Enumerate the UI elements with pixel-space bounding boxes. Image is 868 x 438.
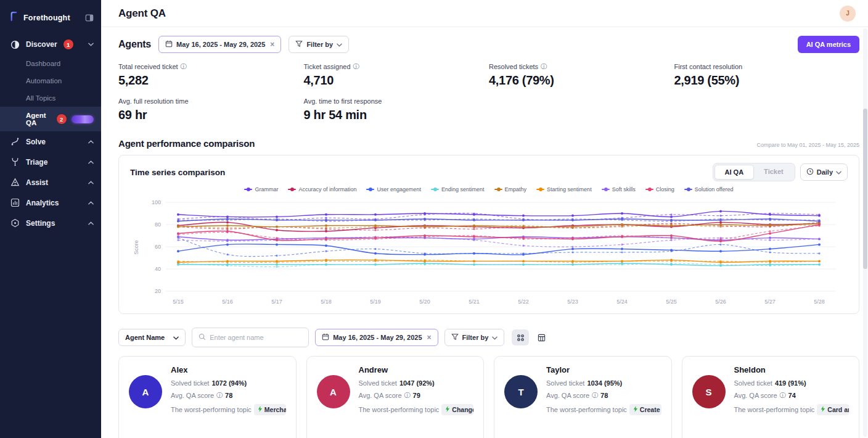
sidebar-item-assist[interactable]: Assist [0,172,101,192]
agent-name: Andrew [359,365,474,374]
clear-date-icon[interactable]: × [427,333,432,342]
legend-item-closing[interactable]: Closing [645,186,674,192]
toggle-ticket[interactable]: Ticket [754,165,793,180]
ai-qa-metrics-button[interactable]: AI QA metrics [798,36,859,53]
info-icon[interactable]: ⓘ [780,392,786,399]
legend-item-solution-offered[interactable]: Solution offered [684,186,734,192]
filter-by-dropdown[interactable]: Filter by [289,36,349,53]
metric-label: Total received ticket [118,63,178,70]
sidebar-item-label: Analytics [26,199,59,207]
avatar: S [692,375,726,408]
toolbar-date-range-picker[interactable]: May 16, 2025 - May 29, 2025 × [315,329,438,346]
qa-score-label: Avg. QA score [546,392,589,399]
time-series-card: Time series comparison AI QA Ticket Dail… [118,155,859,314]
grid-view-button[interactable] [512,329,529,345]
sidebar-item-all-topics[interactable]: All Topics [0,89,101,107]
analytics-icon [10,198,20,207]
svg-text:Score: Score [133,240,139,255]
sidebar-item-dashboard[interactable]: Dashboard [0,55,101,72]
legend-item-grammar[interactable]: Grammar [244,186,278,192]
content: Agents May 16, 2025 - May 29, 2025 × Fil… [101,27,868,438]
svg-text:40: 40 [155,266,161,272]
agent-info: TaylorSolved ticket 1034 (95%)Avg. QA sc… [546,365,661,420]
legend-marker [645,188,653,192]
sidebar-item-solve[interactable]: Solve [0,131,101,152]
worst-topic-label: The worst-performing topic [546,406,627,413]
agent-info: SheldonSolved ticket 419 (91%)Avg. QA sc… [734,365,850,420]
worst-topic-chip[interactable]: Merchan... [254,404,286,415]
agent-card-taylor[interactable]: TTaylorSolved ticket 1034 (95%)Avg. QA s… [494,356,672,438]
svg-text:20: 20 [155,288,161,294]
worst-topic-label: The worst-performing topic [171,406,252,413]
worst-topic-chip[interactable]: Change ... [441,404,473,415]
sidebar-item-discover[interactable]: Discover1 [0,34,101,55]
agent-list-toolbar: Agent Name May 16, 2025 - May 29, 2025 ×… [118,328,859,347]
sidebar-collapse-icon[interactable] [85,14,94,22]
solved-ticket-label: Solved ticket [171,379,209,387]
sidebar-item-analytics[interactable]: Analytics [0,192,101,213]
sidebar-item-settings[interactable]: Settings [0,213,101,233]
legend-item-starting-sentiment[interactable]: Starting sentiment [536,186,592,192]
sidebar-item-triage[interactable]: Triage [0,152,101,172]
qa-score-label: Avg. QA score [171,392,214,399]
vertical-scrollbar[interactable] [863,28,867,437]
chevron-up-icon [88,160,94,164]
toolbar-filter-by-dropdown[interactable]: Filter by [444,329,505,346]
scrollbar-thumb[interactable] [863,109,867,269]
interval-dropdown[interactable]: Daily [800,163,848,181]
toggle-ai-qa[interactable]: AI QA [714,165,755,180]
agent-name-select[interactable]: Agent Name [118,329,186,346]
agent-card-sheldon[interactable]: SSheldonSolved ticket 419 (91%)Avg. QA s… [682,356,860,438]
legend-marker [288,188,296,192]
info-icon[interactable]: ⓘ [216,392,223,399]
agent-search-input[interactable] [210,334,302,341]
chart-title: Time series comparison [130,168,225,177]
legend-item-user-engagement[interactable]: User engagement [366,186,421,192]
info-icon[interactable]: ⓘ [404,392,411,399]
sidebar-item-automation[interactable]: Automation [0,72,101,89]
qa-score-value: 79 [413,392,420,399]
calendar-icon [322,333,329,342]
info-icon[interactable]: ⓘ [181,64,187,70]
view-toggles [512,329,550,345]
sidebar-item-label: Automation [26,77,62,85]
clear-date-icon[interactable]: × [270,40,274,49]
legend-marker [366,188,374,192]
sidebar-item-label: Solve [26,138,46,146]
main-area: Agent QA J Agents May 16, 2025 - May 29,… [101,0,868,438]
agent-card-andrew[interactable]: AAndrewSolved ticket 1047 (92%)Avg. QA s… [306,356,485,438]
legend-label: Closing [656,186,674,192]
legend-item-accuracy-of-information[interactable]: Accuracy of information [288,186,356,192]
user-avatar[interactable]: J [840,6,856,22]
metric-card: Avg. full resolution time69 hr [118,97,304,122]
sidebar-item-label: Triage [26,158,47,167]
table-view-button[interactable] [533,329,550,345]
metrics-grid: Total received ticketⓘ5,282Ticket assign… [118,63,859,122]
info-icon[interactable]: ⓘ [353,64,359,70]
metric-card: Ticket assignedⓘ4,710 [304,63,489,88]
info-icon[interactable]: ⓘ [541,64,547,70]
legend-item-ending-sentiment[interactable]: Ending sentiment [431,186,485,192]
svg-text:80: 80 [155,221,161,228]
chevron-down-icon [173,334,179,341]
worst-topic-chip[interactable]: Card an... [817,404,849,415]
sidebar-item-label: Dashboard [26,60,60,67]
svg-text:60: 60 [155,244,161,250]
info-icon[interactable]: ⓘ [592,392,598,399]
sidebar-item-agent-qa[interactable]: Agent QA2 [0,107,101,131]
date-range-value: May 16, 2025 - May 29, 2025 [176,41,265,48]
sidebar-item-label: Settings [26,219,55,228]
worst-topic-label: The worst-performing topic [734,406,815,413]
svg-text:100: 100 [152,199,161,205]
agent-card-alex[interactable]: AAlexSolved ticket 1072 (94%)Avg. QA sco… [118,356,297,438]
date-range-picker[interactable]: May 16, 2025 - May 29, 2025 × [158,36,281,53]
agent-card-top: AAndrewSolved ticket 1047 (92%)Avg. QA s… [317,365,474,420]
worst-topic-chip[interactable]: Create N... [629,404,661,415]
solved-ticket-value: 1047 (92%) [399,379,435,387]
legend-item-empathy[interactable]: Empathy [494,186,527,192]
legend-item-soft-skills[interactable]: Soft skills [602,186,636,192]
assist-icon [10,178,20,187]
solved-ticket-label: Solved ticket [734,379,772,387]
chevron-down-icon [88,43,94,46]
metric-card: Total received ticketⓘ5,282 [118,63,304,88]
